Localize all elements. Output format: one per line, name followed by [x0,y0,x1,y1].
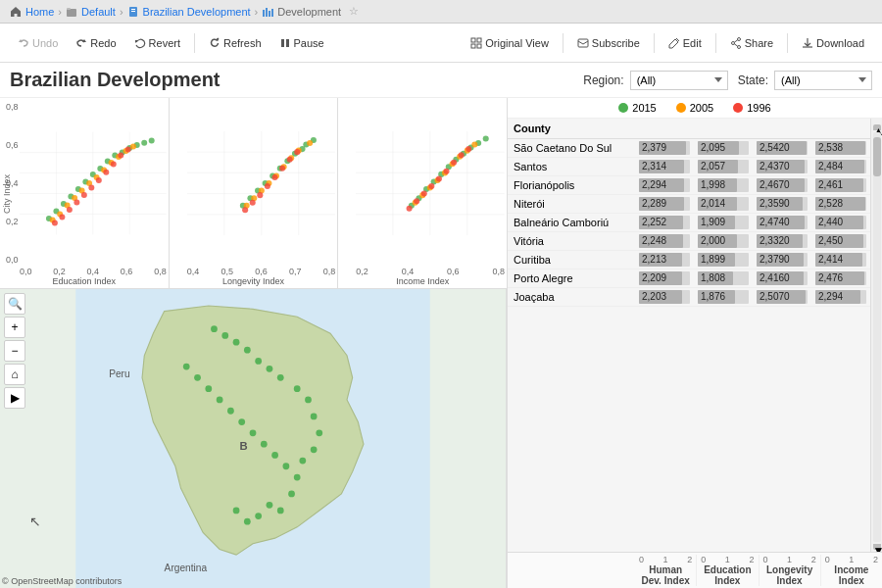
svg-point-167 [221,332,228,339]
redo-button[interactable]: Redo [68,33,123,53]
bar-cell: 2,379 [635,139,694,158]
table-row: Vitória 2,248 2,000 2,3320 2,450 [508,232,870,251]
edit-icon [668,37,680,49]
map-search-button[interactable]: 🔍 [4,293,25,315]
revert-button[interactable]: Revert [126,33,188,53]
bar-cell: 1,998 [694,176,753,195]
separator-5 [787,33,788,53]
bar-cell: 2,461 [811,176,870,195]
county-cell: Joaçaba [508,288,635,307]
legend-dot-2015 [618,103,628,113]
axis-col-inc: 012 Income Index [821,555,882,586]
refresh-button[interactable]: Refresh [201,33,270,53]
map-play-button[interactable]: ▶ [4,387,25,409]
table-row: Niterói 2,289 2,014 2,3590 2,528 [508,195,870,214]
separator-3 [654,33,655,53]
svg-text:Peru: Peru [109,368,129,379]
table-inner[interactable]: County São Caetano Do Sul [508,119,870,552]
svg-point-66 [52,220,58,225]
bar-cell: 2,014 [694,195,753,214]
svg-point-18 [731,41,734,44]
bar-cell: 2,538 [811,139,870,158]
table-row: Joaçaba 2,203 1,876 2,5070 2,294 [508,288,870,307]
download-button[interactable]: Download [794,33,872,53]
bar-cell: 2,294 [635,176,694,195]
svg-point-99 [257,192,263,198]
svg-point-44 [130,144,136,150]
x-ticks-1: 0,00,20,40,60,8 [20,267,167,276]
svg-point-96 [279,166,285,172]
county-cell: Vitória [508,232,635,251]
svg-point-161 [294,385,301,392]
svg-rect-10 [286,39,289,47]
scroll-bar[interactable]: ▲ ▼ [870,119,882,552]
svg-point-148 [261,441,268,448]
map-home-button[interactable]: ⌂ [4,364,25,385]
bar-cell: 2,248 [635,232,694,251]
map-zoom-in-button[interactable]: + [4,317,25,338]
svg-point-85 [307,140,313,146]
bar-cell: 2,450 [811,232,870,251]
y-ticks-1: 0,80,60,40,20,0 [6,102,19,265]
favorite-icon[interactable]: ☆ [349,5,359,18]
svg-point-58 [111,162,117,168]
region-select[interactable]: (All) [630,71,728,90]
map-svg: Peru Argentina B [0,289,506,588]
download-icon [802,37,813,49]
state-filter: State: (All) [738,71,872,90]
refresh-icon [209,37,220,49]
bar-cell: 2,294 [811,288,870,307]
bar-cell: 1,899 [694,251,753,270]
region-label: Region: [583,74,623,87]
breadcrumb-default[interactable]: Default [81,6,116,18]
svg-point-65 [59,214,65,220]
svg-point-131 [451,160,457,166]
home-icon [10,6,22,18]
separator-2 [563,33,564,53]
axis-spacer [508,555,635,586]
bar-cell: 1,909 [694,214,753,232]
scroll-track [873,132,881,542]
breadcrumb-project[interactable]: Brazilian Development [143,6,251,18]
breadcrumb-home[interactable]: Home [25,6,54,18]
svg-rect-14 [477,44,481,48]
pause-button[interactable]: Pause [271,33,332,53]
undo-button[interactable]: Undo [10,33,66,53]
edit-button[interactable]: Edit [661,33,710,53]
scroll-thumb[interactable] [873,137,881,176]
svg-point-56 [125,147,131,153]
legend-dot-2005 [676,103,686,113]
svg-point-155 [183,364,190,370]
bar-cell: 1,876 [694,288,753,307]
revert-icon [134,37,146,49]
map-tools: 🔍 + − ⌂ ▶ [4,293,25,409]
subscribe-button[interactable]: Subscribe [569,33,648,53]
state-select[interactable]: (All) [774,71,872,90]
x-label-3: Income Index [338,276,507,286]
svg-point-64 [67,207,73,213]
county-cell: Curitiba [508,251,635,270]
svg-point-162 [277,374,284,381]
map-zoom-out-button[interactable]: − [4,340,25,362]
svg-point-166 [233,339,240,346]
bar-cell: 2,440 [811,214,870,232]
svg-point-168 [211,325,218,332]
original-view-button[interactable]: Original View [463,33,557,53]
axis-col-lon: 012 Longevity Index [760,555,821,586]
scatter-section: City Index [0,98,507,289]
scroll-up[interactable]: ▲ [873,124,881,130]
right-section: 2015 2005 1996 [508,98,882,588]
hdi-axis-label: Human Dev. Index [639,564,692,586]
data-area: County São Caetano Do Sul [508,119,882,588]
svg-point-154 [194,374,201,381]
table-row: Santos 2,314 2,057 2,4370 2,484 [508,158,870,176]
legend-item-2005: 2005 [676,102,713,114]
bar-cell: 2,476 [811,270,870,288]
svg-point-135 [421,191,427,197]
svg-point-100 [249,200,255,206]
bar-cell: 2,4370 [753,158,811,176]
share-button[interactable]: Share [722,33,781,53]
svg-point-95 [286,157,292,163]
scroll-down[interactable]: ▼ [873,544,881,550]
th-hdi [635,119,694,139]
